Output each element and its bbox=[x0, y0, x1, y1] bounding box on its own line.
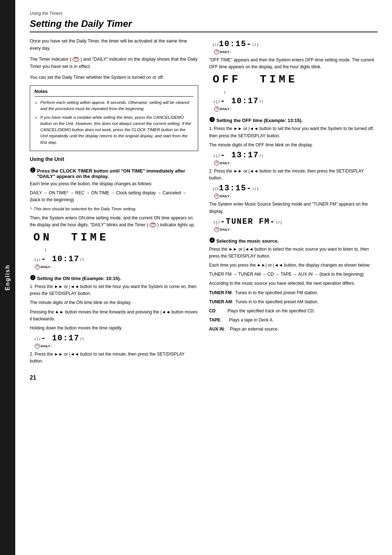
tick-s3r-2: \ / | bbox=[253, 187, 258, 191]
step3-lcd-row3: -\ | / -TUNER FM- \ / | bbox=[213, 217, 377, 226]
step1-number: ❶ bbox=[30, 166, 36, 174]
tick-s2r-2: \ / | bbox=[253, 42, 258, 47]
step2-body5: 2. Press the ►► or |◄◄ button to set the… bbox=[30, 351, 198, 365]
notes-title: Notes bbox=[34, 89, 193, 94]
daily-text-5: DAILY bbox=[220, 161, 229, 165]
source-tuner-fm: TUNER FM: Tunes in to the specified pres… bbox=[209, 289, 377, 296]
note-item-2: If you have made a mistake while setting… bbox=[40, 114, 193, 146]
step1-asterisk: *: This item should be selected for the … bbox=[30, 206, 198, 212]
step3-body4: The System enter Music Source Selecting … bbox=[209, 201, 377, 215]
daily-icon-2: ⏰ bbox=[35, 344, 40, 349]
tick-s2-2: / \ bbox=[80, 337, 83, 341]
source-tuner-am: TUNER AM: Tunes in to the specified pres… bbox=[209, 299, 377, 305]
daily-text-4: DAILY bbox=[220, 107, 229, 111]
tick-daily-3: - bbox=[230, 50, 231, 54]
sidebar: English bbox=[0, 0, 15, 555]
step2-number: ❷ bbox=[30, 274, 36, 282]
step3-display1: -\ | / - 13:17 / \ ⏰ DAILY - bbox=[213, 151, 377, 166]
step2-time-lcd2: 10:15- bbox=[219, 40, 252, 49]
daily-text-7: DAILY bbox=[220, 228, 229, 231]
off-time-lcd: OFF TIME bbox=[213, 73, 377, 86]
notes-separator bbox=[34, 96, 193, 97]
page-container: English Using the Timers Setting the Dai… bbox=[0, 0, 392, 555]
step2-body3: Pressing the ►► button moves the time fo… bbox=[30, 309, 198, 323]
page-title: Setting the Daily Timer bbox=[30, 18, 377, 32]
step4-title: Selecting the music source. bbox=[216, 238, 279, 244]
tick-after: / \ bbox=[80, 258, 83, 262]
source-cd: CD: Plays the specified track on the spe… bbox=[209, 308, 377, 315]
step3-time-lcd2: 13:15- bbox=[219, 184, 252, 193]
step4-body1: Press the ►► or |◄◄ button to select the… bbox=[209, 246, 377, 260]
step2-time-lcd1: - 10:17 bbox=[41, 334, 79, 343]
step2-lcd-row3: -\ | / - 10:17 / \ bbox=[213, 97, 377, 106]
step3-daily-row1: ⏰ DAILY - bbox=[214, 161, 377, 166]
tick-s2r2-2: / \ bbox=[260, 100, 263, 104]
note-item-1: Perform each setting within approx. 8 se… bbox=[40, 100, 193, 112]
step2-body6: "OFF TIME" appears and then the System e… bbox=[209, 57, 377, 70]
tick-s2r2-1: -\ | / bbox=[213, 100, 220, 104]
step3-body2: The minute digits of the OFF time blink … bbox=[209, 142, 377, 149]
tick-daily-7: - bbox=[230, 227, 231, 231]
step3-container: ❸ Setting the OFF time (Example: 13:15).… bbox=[209, 116, 377, 232]
step3-daily-row3: ⏰ DAILY - bbox=[214, 227, 377, 232]
daily-icon-6: ⏰ bbox=[214, 194, 219, 199]
source-aux-in: AUX IN: Plays an external source. bbox=[209, 326, 377, 333]
daily-text-2: DAILY bbox=[41, 344, 50, 348]
step2-lcd-row2: | \ / 10:15- \ / | bbox=[213, 40, 377, 49]
step2-display2: | \ / 10:15- \ / | ⏰ DAILY - bbox=[213, 40, 377, 54]
step3-tuner-lcd: -TUNER FM- bbox=[220, 217, 275, 226]
tick-s2r-1: | \ / bbox=[213, 42, 218, 47]
intro-para3: You can set the Daily Timer whether the … bbox=[30, 74, 198, 81]
step4-note: According to the music source you have s… bbox=[209, 280, 377, 287]
right-column: | \ / 10:15- \ / | ⏰ DAILY - "OFF TIME" … bbox=[209, 37, 377, 367]
step1-body2: Then, the System enters ON-time setting … bbox=[30, 215, 198, 228]
daily-icon-7: ⏰ bbox=[214, 227, 219, 232]
sidebar-label: English bbox=[4, 264, 11, 291]
step3-number: ❸ bbox=[209, 116, 215, 124]
step1-heading-row: ❶ Press the CLOCK TIMER button until "ON… bbox=[30, 166, 198, 179]
step2-display1: -\ | / - 10:17 / \ ⏰ DAILY - bbox=[33, 334, 198, 349]
step1-title: Press the CLOCK TIMER button until "ON T… bbox=[37, 168, 198, 179]
tick-s2-1: -\ | / bbox=[33, 337, 40, 341]
tick-s3-1: -\ | / bbox=[213, 154, 220, 158]
step2-right: | \ / 10:15- \ / | ⏰ DAILY - "OFF TIME" … bbox=[209, 40, 377, 112]
intro-para1: Once you have set the Daily Timer, the t… bbox=[30, 37, 198, 52]
step1-body1: Each time you press the button, the disp… bbox=[30, 181, 198, 187]
tick-daily-2: - bbox=[51, 344, 52, 348]
left-column: Once you have set the Daily Timer, the t… bbox=[30, 37, 198, 367]
step4-container: ❹ Selecting the music source. Press the … bbox=[209, 236, 377, 333]
source-tape: TAPE: Plays a tape in Deck A. bbox=[209, 317, 377, 324]
step1-display1: ON TIME bbox=[33, 231, 198, 244]
step2-time-lcd3: - 10:17 bbox=[220, 97, 259, 106]
step4-flow: TUNER FM → TUNER AM → CD → TAPE → AUX IN… bbox=[209, 271, 377, 278]
two-column-layout: Once you have set the Daily Timer, the t… bbox=[30, 37, 377, 367]
daily-text-1: DAILY bbox=[41, 265, 50, 269]
step3-time-lcd1: - 13:17 bbox=[220, 151, 259, 160]
step1-arrow: ↓ bbox=[44, 247, 198, 252]
step4-number: ❹ bbox=[209, 236, 215, 244]
step3-body1: 1. Press the ►► or |◄◄ button to set the… bbox=[209, 125, 377, 139]
source-list: TUNER FM: Tunes in to the specified pres… bbox=[209, 289, 377, 333]
daily-icon-3: ⏰ bbox=[214, 49, 219, 54]
tick-daily-6: - bbox=[230, 194, 231, 198]
page-number: 21 bbox=[30, 374, 377, 381]
step3-daily-row2: ⏰ DAILY - bbox=[214, 194, 377, 199]
step2-heading-row: ❷ Setting the ON time (Example: 10:15). bbox=[30, 274, 198, 282]
step3-title: Setting the OFF time (Example: 13:15). bbox=[216, 118, 303, 123]
step3-body3: 2. Press the ►► or |◄◄ button to set the… bbox=[209, 168, 377, 182]
daily-icon-4: ⏰ bbox=[214, 106, 219, 112]
step1-time-lcd: - 10:17 bbox=[41, 255, 79, 264]
step1-container: ❶ Press the CLOCK TIMER button until "ON… bbox=[30, 166, 198, 270]
step3-lcd-row1: -\ | / - 13:17 / \ bbox=[213, 151, 377, 160]
tick-daily: - bbox=[51, 265, 52, 269]
step2-display3: OFF TIME bbox=[213, 73, 377, 86]
tick-daily-5: - bbox=[230, 161, 231, 165]
step2-display4: -\ | / - 10:17 / \ ⏰ DAILY - bbox=[213, 97, 377, 112]
step2-lcd-row1: -\ | / - 10:17 / \ bbox=[33, 334, 198, 343]
step1-display2: -\ | / - 10:17 / \ ⏰ DAILY - bbox=[33, 255, 198, 270]
step3-display3: -\ | / -TUNER FM- \ / | ⏰ DAILY - bbox=[213, 217, 377, 232]
daily-icon-1: ⏰ bbox=[35, 264, 40, 270]
step2-body1: 1. Press the ►► or |◄◄ button to set the… bbox=[30, 283, 198, 297]
step1-lcd-row: -\ | / - 10:17 / \ bbox=[33, 255, 198, 264]
tick-s3-2: / \ bbox=[260, 154, 263, 158]
